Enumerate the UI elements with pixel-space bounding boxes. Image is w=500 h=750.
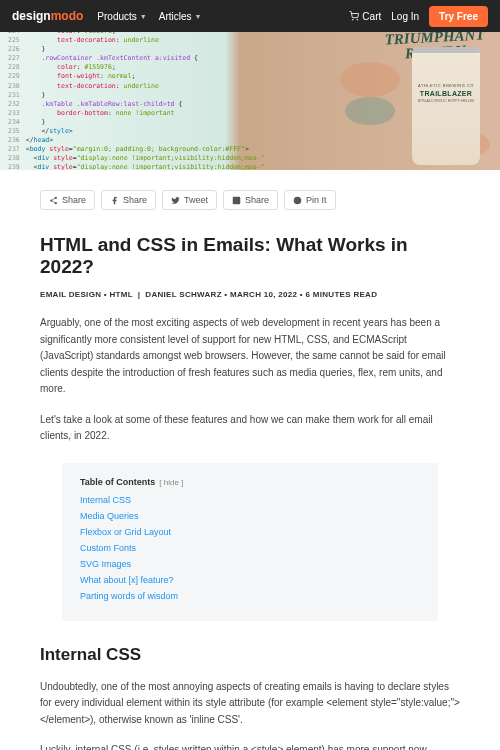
svg-rect-5 (233, 196, 241, 204)
site-header: designmodo Products▼ Articles▼ Cart Log … (0, 0, 500, 32)
toc-link[interactable]: SVG Images (80, 559, 420, 569)
cart-icon (349, 11, 359, 21)
login-link[interactable]: Log In (391, 11, 419, 22)
nav-label: Products (97, 11, 136, 22)
paragraph: Let's take a look at some of these featu… (40, 412, 460, 445)
cart-link[interactable]: Cart (349, 11, 381, 22)
article-content: Share Share Tweet Share Pin It HTML and … (0, 170, 500, 750)
svg-point-4 (55, 202, 57, 204)
can-name: TRAILBLAZER (416, 90, 476, 97)
share-icon (49, 196, 58, 205)
section-heading: Internal CSS (40, 645, 460, 665)
toc-link[interactable]: Internal CSS (80, 495, 420, 505)
nav-articles[interactable]: Articles▼ (159, 11, 202, 22)
table-of-contents: Table of Contents[ hide ] Internal CSS M… (62, 463, 438, 621)
share-label: Share (245, 195, 269, 205)
product-can: ATHLETIC BREWING CO TRAILBLAZER NON-ALCO… (412, 47, 480, 165)
logo-text-b: modo (51, 9, 84, 23)
svg-point-3 (50, 199, 52, 201)
paragraph: Luckily, internal CSS (i.e. styles writt… (40, 742, 460, 750)
twitter-icon (171, 196, 180, 205)
paragraph: Arguably, one of the most exciting aspec… (40, 315, 460, 398)
share-label: Pin It (306, 195, 327, 205)
header-right: Cart Log In Try Free (349, 6, 488, 27)
linkedin-share-button[interactable]: Share (223, 190, 278, 210)
toc-hide-toggle[interactable]: [ hide ] (159, 478, 183, 487)
logo-text-a: design (12, 9, 51, 23)
decorative-blob (340, 62, 400, 97)
share-row: Share Share Tweet Share Pin It (40, 190, 460, 210)
toc-link[interactable]: Custom Fonts (80, 543, 420, 553)
article-title: HTML and CSS in Emails: What Works in 20… (40, 234, 460, 278)
pinterest-share-button[interactable]: Pin It (284, 190, 336, 210)
category-link[interactable]: EMAIL DESIGN (40, 290, 101, 299)
share-label: Share (123, 195, 147, 205)
cart-label: Cart (362, 11, 381, 22)
code-snippet: 224 color: #155976; 225 text-decoration:… (8, 32, 265, 170)
decorative-blob (345, 97, 395, 125)
facebook-share-button[interactable]: Share (101, 190, 156, 210)
chevron-down-icon: ▼ (195, 13, 202, 20)
share-button[interactable]: Share (40, 190, 95, 210)
paragraph: Undoubtedly, one of the most annoying as… (40, 679, 460, 729)
publish-date: MARCH 10, 2022 (230, 290, 297, 299)
chevron-down-icon: ▼ (140, 13, 147, 20)
nav-products[interactable]: Products▼ (97, 11, 146, 22)
facebook-icon (110, 196, 119, 205)
share-label: Share (62, 195, 86, 205)
hero-image: 224 color: #155976; 225 text-decoration:… (0, 32, 500, 170)
try-free-button[interactable]: Try Free (429, 6, 488, 27)
can-sub: NON-ALCOHOLIC HOPPY HELLES (416, 99, 476, 103)
twitter-share-button[interactable]: Tweet (162, 190, 217, 210)
svg-point-0 (353, 19, 354, 20)
author-link[interactable]: DANIEL SCHWARZ (145, 290, 222, 299)
nav-label: Articles (159, 11, 192, 22)
logo[interactable]: designmodo (12, 9, 83, 23)
toc-link[interactable]: Media Queries (80, 511, 420, 521)
can-label: ATHLETIC BREWING CO TRAILBLAZER NON-ALCO… (412, 53, 480, 107)
svg-point-6 (294, 196, 302, 204)
toc-header: Table of Contents[ hide ] (80, 477, 420, 487)
linkedin-icon (232, 196, 241, 205)
svg-point-2 (55, 196, 57, 198)
article-meta: EMAIL DESIGN • HTML | DANIEL SCHWARZ • M… (40, 290, 460, 299)
toc-link[interactable]: What about [x] feature? (80, 575, 420, 585)
pinterest-icon (293, 196, 302, 205)
share-label: Tweet (184, 195, 208, 205)
category-link[interactable]: HTML (109, 290, 132, 299)
can-brand: ATHLETIC BREWING CO (416, 83, 476, 88)
toc-link[interactable]: Parting words of wisdom (80, 591, 420, 601)
svg-point-1 (357, 19, 358, 20)
read-time: 6 MINUTES READ (305, 290, 377, 299)
main-nav: Products▼ Articles▼ (97, 11, 349, 22)
toc-link[interactable]: Flexbox or Grid Layout (80, 527, 420, 537)
toc-title: Table of Contents (80, 477, 155, 487)
